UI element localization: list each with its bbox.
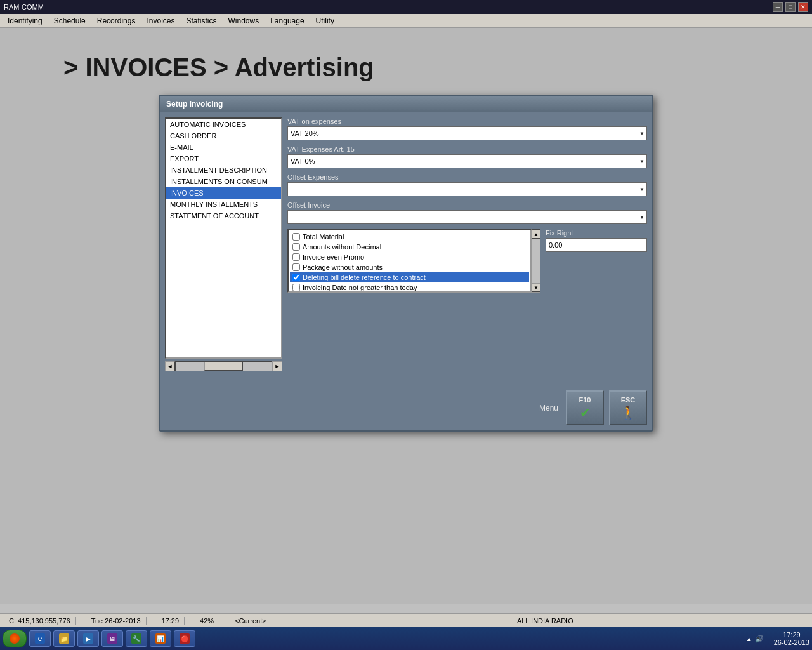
cb-invoice-date-input[interactable] [292,284,300,291]
list-item-monthly-installments[interactable]: MONTHLY INSTALLMENTS [166,199,281,210]
vat-on-expenses-wrapper: VAT 20% [287,126,647,140]
cb-invoice-date[interactable]: Invoicing Date not greater than today [290,282,529,293]
cb-package-amounts-label: Package without amounts [303,263,383,271]
list-item-installment-desc[interactable]: INSTALLMENT DESCRIPTION [166,164,281,176]
cb-package-amounts[interactable]: Package without amounts [290,262,529,272]
close-button[interactable]: ✕ [798,2,808,12]
taskbar-folder[interactable]: 📁 [53,630,75,647]
scroll-left-arrow[interactable]: ◄ [165,361,175,371]
main-area: > INVOICES > Advertising Setup Invoicing… [0,28,812,604]
status-time: 17:29 [157,617,185,625]
vat-on-expenses-row: VAT on expenses VAT 20% [287,117,647,140]
vat-on-expenses-label: VAT on expenses [287,117,647,125]
menu-windows[interactable]: Windows [223,15,265,27]
menu-statistics[interactable]: Statistics [181,15,221,27]
taskbar: e 📁 ▶ 🖥 🔧 📊 🔴 ▲ 🔊 17:29 26-02-2013 [0,627,812,650]
cb-deleting-bill-input[interactable] [292,274,300,281]
offset-expenses-select[interactable] [287,182,647,196]
cb-invoice-promo-input[interactable] [292,253,300,261]
menu-identifying[interactable]: Identifying [3,15,48,27]
list-item-export[interactable]: EXPORT [166,153,281,164]
scroll-right-arrow[interactable]: ► [272,361,282,371]
cb-scroll-up[interactable]: ▲ [532,230,540,239]
vat-on-expenses-select[interactable]: VAT 20% [287,126,647,140]
menu-schedule[interactable]: Schedule [49,15,91,27]
maximize-button[interactable]: □ [785,2,796,12]
offset-invoice-row: Offset Invoice [287,201,647,224]
taskbar-purple[interactable]: 🖥 [102,630,123,647]
left-panel: AUTOMATIC INVOICES CASH ORDER E-MAIL EXP… [165,117,282,380]
taskbar-media[interactable]: ▶ [77,630,99,647]
esc-key-label: ESC [621,396,636,404]
start-button[interactable] [3,630,27,647]
ok-checkmark-icon: ✔ [580,405,591,420]
cb-total-material[interactable]: Total Material [290,232,529,242]
taskbar-red[interactable]: 🔴 [174,630,195,647]
menu-language[interactable]: Language [265,15,309,27]
status-coordinates: C: 415,130,955,776 [4,617,76,625]
cb-amounts-decimal-label: Amounts without Decimal [303,243,381,251]
taskbar-clock: 17:29 26-02-2013 [774,631,809,646]
cb-amounts-decimal[interactable]: Amounts without Decimal [290,242,529,252]
list-item-installments-consum[interactable]: INSTALLMENTS ON CONSUM [166,176,281,187]
minimize-button[interactable]: ─ [773,2,783,12]
menu-utility[interactable]: Utility [311,15,339,27]
vat-expenses-art15-label: VAT Expenses Art. 15 [287,145,647,153]
vat-expenses-art15-wrapper: VAT 0% [287,154,647,168]
purple-app-icon: 🖥 [107,633,117,644]
invoice-type-list[interactable]: AUTOMATIC INVOICES CASH ORDER E-MAIL EXP… [165,117,282,359]
esc-button[interactable]: ESC 🚶 [609,390,647,425]
red-app-icon: 🔴 [180,633,190,644]
clock-time: 17:29 [774,631,809,639]
orange-app-icon: 📊 [155,633,166,644]
list-item-invoices[interactable]: INVOICES [166,187,281,199]
status-current: <Current> [230,617,272,625]
status-station: ALL INDIA RADIO [282,617,808,625]
offset-expenses-row: Offset Expenses [287,173,647,196]
media-icon: ▶ [83,633,93,644]
taskbar-ie[interactable]: e [29,630,51,647]
list-item-statement-account[interactable]: STATEMENT OF ACCOUNT [166,210,281,222]
cb-scroll-down[interactable]: ▼ [532,283,540,292]
list-item-automatic-invoices[interactable]: AUTOMATIC INVOICES [166,119,281,130]
menu-invoices[interactable]: Invoices [141,15,180,27]
list-scrollbar: ◄ ► [165,361,282,371]
fix-right-panel: Fix Right 0.00 [546,229,647,252]
cb-deleting-bill[interactable]: Deleting bill delete reference to contra… [290,272,529,282]
cb-total-material-input[interactable] [292,233,300,241]
cb-amounts-decimal-input[interactable] [292,243,300,251]
scroll-thumb[interactable] [204,362,242,371]
taskbar-orange[interactable]: 📊 [150,630,171,647]
ok-button[interactable]: F10 ✔ [566,390,604,425]
status-date: Tue 26-02-2013 [86,617,147,625]
checkbox-scrollbar[interactable]: ▲ ▼ [532,229,540,293]
ie-icon: e [35,633,45,644]
offset-expenses-wrapper [287,182,647,196]
list-item-email[interactable]: E-MAIL [166,142,281,153]
cb-invoice-date-label: Invoicing Date not greater than today [303,284,417,291]
right-panel: VAT on expenses VAT 20% VAT Expenses Art… [287,117,647,380]
vat-expenses-art15-select[interactable]: VAT 0% [287,154,647,168]
offset-invoice-label: Offset Invoice [287,201,647,209]
cb-deleting-bill-label: Deleting bill delete reference to contra… [303,274,426,281]
status-zoom: 42% [195,617,219,625]
offset-invoice-wrapper [287,210,647,224]
checkbox-panel[interactable]: Total Material Amounts without Decimal I… [287,229,532,293]
offset-expenses-label: Offset Expenses [287,173,647,181]
window-controls: ─ □ ✕ [773,2,808,12]
cb-invoice-promo[interactable]: Invoice even Promo [290,252,529,262]
taskbar-green[interactable]: 🔧 [126,630,147,647]
folder-icon: 📁 [59,633,69,644]
scroll-track[interactable] [175,361,272,371]
dialog-footer: Menu F10 ✔ ESC 🚶 [160,385,652,430]
status-bar: C: 415,130,955,776 Tue 26-02-2013 17:29 … [0,613,812,627]
cb-scroll-track[interactable] [532,239,540,283]
list-item-cash-order[interactable]: CASH ORDER [166,130,281,142]
menu-bar: Identifying Schedule Recordings Invoices… [0,14,812,28]
cb-package-amounts-input[interactable] [292,263,300,271]
menu-recordings[interactable]: Recordings [92,15,141,27]
offset-invoice-select[interactable] [287,210,647,224]
fix-right-input[interactable]: 0.00 [546,238,647,252]
esc-walk-icon: 🚶 [620,405,636,420]
empty-area [287,293,647,343]
